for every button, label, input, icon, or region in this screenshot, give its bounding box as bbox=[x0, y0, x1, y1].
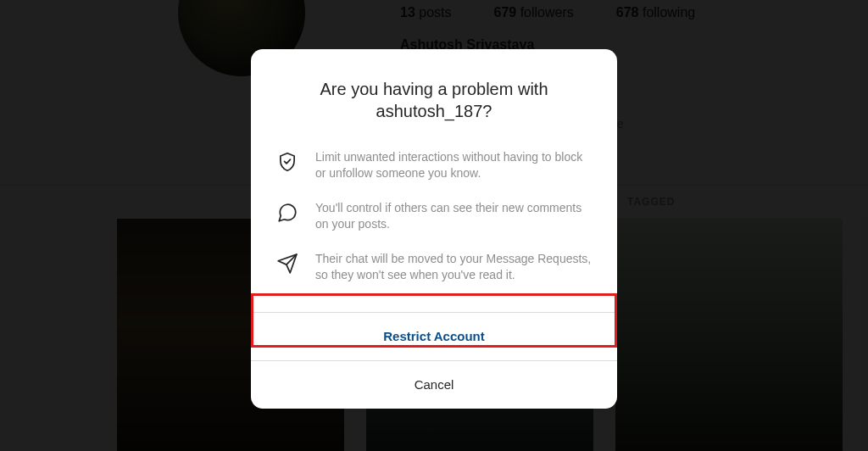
info-item-limit: Limit unwanted interactions without havi… bbox=[275, 142, 593, 193]
info-item-comments: You'll control if others can see their n… bbox=[275, 193, 593, 244]
info-text: Limit unwanted interactions without havi… bbox=[315, 149, 593, 181]
restrict-account-button[interactable]: Restrict Account bbox=[251, 313, 617, 360]
comment-icon bbox=[275, 200, 300, 224]
send-icon bbox=[275, 251, 300, 275]
dialog-title: Are you having a problem withashutosh_18… bbox=[251, 49, 617, 142]
info-item-messages: Their chat will be moved to your Message… bbox=[275, 244, 593, 295]
cancel-button[interactable]: Cancel bbox=[251, 361, 617, 409]
info-text: You'll control if others can see their n… bbox=[315, 200, 593, 232]
shield-check-icon bbox=[275, 149, 300, 173]
restrict-dialog: Are you having a problem withashutosh_18… bbox=[251, 49, 617, 409]
info-text: Their chat will be moved to your Message… bbox=[315, 251, 593, 283]
